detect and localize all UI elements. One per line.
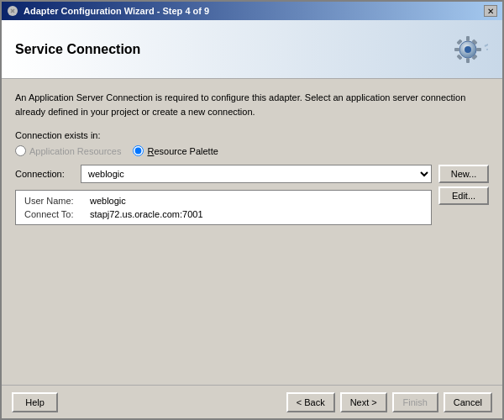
connection-exists-label: Connection exists in: — [15, 130, 489, 140]
radio-app-resources-label: Application Resources — [29, 146, 121, 156]
svg-line-12 — [486, 48, 488, 50]
connection-left: Connection: weblogic User Name: weblogic… — [15, 165, 432, 225]
radio-resource-palette-input[interactable] — [133, 145, 144, 156]
radio-resource-palette[interactable]: Resource Palette — [133, 145, 218, 156]
svg-point-2 — [465, 46, 471, 53]
svg-rect-6 — [476, 48, 481, 51]
svg-rect-5 — [454, 48, 459, 51]
svg-rect-3 — [466, 36, 470, 41]
gear-svg — [448, 29, 488, 70]
radio-app-resources[interactable]: Application Resources — [15, 145, 121, 156]
connection-row: Connection: weblogic — [15, 165, 432, 183]
radio-group: Application Resources Resource Palette — [15, 145, 489, 156]
description-text: An Application Server Connection is requ… — [15, 91, 489, 118]
gear-icon — [447, 29, 489, 71]
radio-resource-palette-label: Resource Palette — [147, 146, 218, 156]
back-button[interactable]: < Back — [286, 392, 335, 412]
window-icon — [7, 5, 18, 17]
help-button[interactable]: Help — [12, 392, 58, 412]
connect-to-label: Connect To: — [24, 209, 85, 219]
right-buttons: New... Edit... — [438, 165, 489, 205]
connection-label: Connection: — [15, 169, 74, 179]
connection-section: Connection: weblogic User Name: weblogic… — [15, 165, 489, 225]
content-area: An Application Server Connection is requ… — [2, 79, 502, 385]
info-row-username: User Name: weblogic — [24, 196, 423, 206]
edit-button[interactable]: Edit... — [438, 186, 489, 205]
header-banner: Service Connection — [2, 20, 502, 79]
info-box: User Name: weblogic Connect To: stapj72.… — [15, 190, 432, 225]
next-button[interactable]: Next > — [340, 392, 387, 412]
footer-right: < Back Next > Finish Cancel — [286, 392, 492, 412]
close-button[interactable]: ✕ — [484, 5, 497, 17]
finish-button[interactable]: Finish — [392, 392, 438, 412]
radio-app-resources-input[interactable] — [15, 145, 26, 156]
info-row-connect-to: Connect To: stapj72.us.oracle.com:7001 — [24, 209, 423, 219]
svg-rect-4 — [466, 58, 470, 63]
title-bar-text: Adapter Configuration Wizard - Step 4 of… — [24, 6, 209, 16]
connection-select[interactable]: weblogic — [81, 165, 432, 183]
user-name-value: weblogic — [90, 196, 126, 206]
footer-left: Help — [12, 392, 58, 412]
new-button[interactable]: New... — [438, 165, 489, 183]
resource-palette-text: esource Palette — [154, 146, 218, 156]
connect-to-value: stapj72.us.oracle.com:7001 — [90, 209, 203, 219]
title-bar-left: Adapter Configuration Wizard - Step 4 of… — [7, 5, 209, 17]
connection-select-wrapper: weblogic — [81, 165, 432, 183]
user-name-label: User Name: — [24, 196, 85, 206]
cancel-button[interactable]: Cancel — [444, 392, 492, 412]
wizard-window: Adapter Configuration Wizard - Step 4 of… — [0, 0, 504, 420]
footer: Help < Back Next > Finish Cancel — [2, 385, 502, 418]
svg-line-11 — [485, 41, 488, 46]
page-title: Service Connection — [15, 42, 140, 57]
title-bar: Adapter Configuration Wizard - Step 4 of… — [2, 2, 502, 20]
